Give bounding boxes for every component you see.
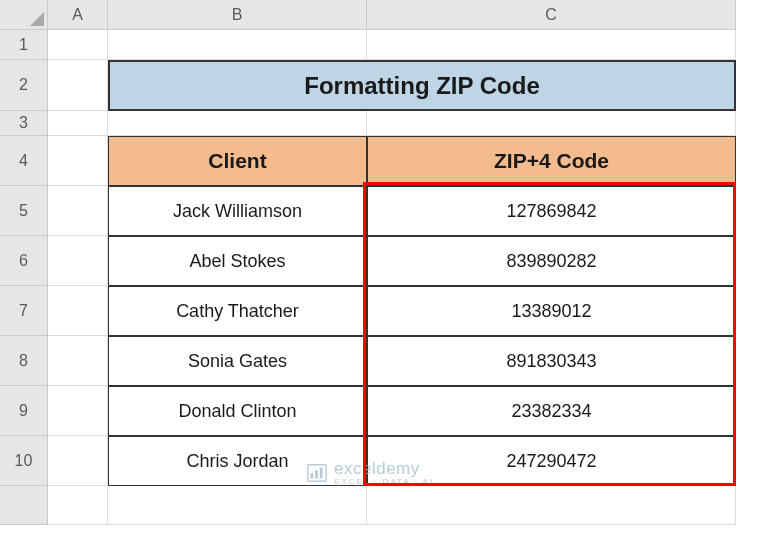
cell-a2[interactable]: [48, 60, 108, 111]
cell-a8[interactable]: [48, 336, 108, 386]
cell-c1[interactable]: [367, 30, 736, 60]
row-header-4[interactable]: 4: [0, 136, 48, 186]
row-header-3[interactable]: 3: [0, 111, 48, 136]
select-all-corner[interactable]: [0, 0, 48, 30]
cell-zip-7[interactable]: 13389012: [367, 286, 736, 336]
cell-c3[interactable]: [367, 111, 736, 136]
cell-zip-10[interactable]: 247290472: [367, 436, 736, 486]
cell-a7[interactable]: [48, 286, 108, 336]
header-zip[interactable]: ZIP+4 Code: [367, 136, 736, 186]
cell-a9[interactable]: [48, 386, 108, 436]
cell-a6[interactable]: [48, 236, 108, 286]
row-header-6[interactable]: 6: [0, 236, 48, 286]
cell-a3[interactable]: [48, 111, 108, 136]
row-header-10[interactable]: 10: [0, 436, 48, 486]
cell-b1[interactable]: [108, 30, 367, 60]
col-header-b[interactable]: B: [108, 0, 367, 30]
cell-zip-5[interactable]: 127869842: [367, 186, 736, 236]
spreadsheet-grid: A B C 1 2 Formatting ZIP Code 3 4 Client…: [0, 0, 767, 525]
cell-c11[interactable]: [367, 486, 736, 525]
cell-a5[interactable]: [48, 186, 108, 236]
cell-a11[interactable]: [48, 486, 108, 525]
cell-a10[interactable]: [48, 436, 108, 486]
cell-client-5[interactable]: Jack Williamson: [108, 186, 367, 236]
cell-zip-6[interactable]: 839890282: [367, 236, 736, 286]
cell-client-8[interactable]: Sonia Gates: [108, 336, 367, 386]
cell-client-7[interactable]: Cathy Thatcher: [108, 286, 367, 336]
cell-b3[interactable]: [108, 111, 367, 136]
cell-a1[interactable]: [48, 30, 108, 60]
cell-client-9[interactable]: Donald Clinton: [108, 386, 367, 436]
header-client[interactable]: Client: [108, 136, 367, 186]
row-header-5[interactable]: 5: [0, 186, 48, 236]
cell-client-6[interactable]: Abel Stokes: [108, 236, 367, 286]
col-header-a[interactable]: A: [48, 0, 108, 30]
title-cell[interactable]: Formatting ZIP Code: [108, 60, 736, 111]
cell-zip-9[interactable]: 23382334: [367, 386, 736, 436]
row-header-11[interactable]: [0, 486, 48, 525]
cell-b11[interactable]: [108, 486, 367, 525]
row-header-9[interactable]: 9: [0, 386, 48, 436]
cell-zip-8[interactable]: 891830343: [367, 336, 736, 386]
cell-a4[interactable]: [48, 136, 108, 186]
row-header-2[interactable]: 2: [0, 60, 48, 111]
row-header-7[interactable]: 7: [0, 286, 48, 336]
row-header-8[interactable]: 8: [0, 336, 48, 386]
cell-client-10[interactable]: Chris Jordan: [108, 436, 367, 486]
col-header-c[interactable]: C: [367, 0, 736, 30]
row-header-1[interactable]: 1: [0, 30, 48, 60]
